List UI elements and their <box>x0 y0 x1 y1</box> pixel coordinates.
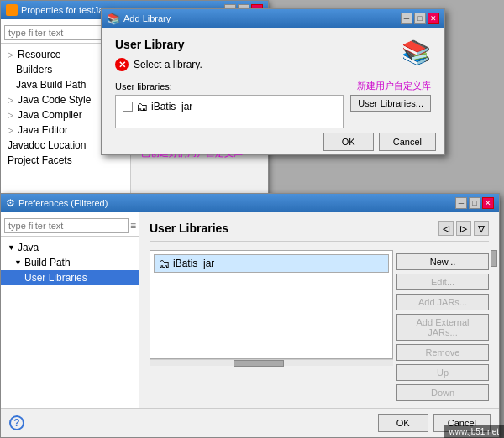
sidebar-item-label: Java Compiler <box>18 109 82 121</box>
pref-main-title-text: User Libraries <box>150 222 228 235</box>
pref-tree-label: Java <box>18 242 39 253</box>
down-button[interactable]: Down <box>396 384 489 401</box>
error-icon: ✕ <box>115 58 129 71</box>
add-library-dialog: 📚 Add Library ─ □ ✕ User Library ✕ Selec… <box>101 8 445 155</box>
lib-checkbox[interactable] <box>123 102 133 112</box>
code-style-arrow: ▷ <box>8 96 14 104</box>
pref-tree-build-path[interactable]: ▼ Build Path <box>1 255 139 270</box>
filter-icon: ≡ <box>130 220 136 232</box>
add-external-jars-button[interactable]: Add External JARs... <box>396 314 489 341</box>
pref-main: User Libraries ◁ ▷ ▽ 🗂 iBatis_jar <box>139 212 499 408</box>
sidebar-item-label: Builders <box>16 64 52 76</box>
pref-maximize[interactable]: □ <box>469 197 480 209</box>
properties-icon <box>6 4 18 16</box>
pref-lib-name: iBatis_jar <box>173 258 214 269</box>
books-decorative-icon: 📚 <box>402 39 431 66</box>
lib-item-label: iBatis_jar <box>151 101 192 112</box>
nav-down-icon[interactable]: ▽ <box>474 221 489 236</box>
add-lib-footer: OK Cancel <box>102 128 444 154</box>
new-button[interactable]: New... <box>396 253 489 270</box>
annotation-new-lib: 新建用户自定义库 <box>357 80 431 92</box>
error-row: ✕ Select a library. <box>115 58 431 71</box>
add-library-titlebar: 📚 Add Library ─ □ ✕ <box>102 9 444 28</box>
user-libraries-button[interactable]: User Libraries... <box>350 95 431 112</box>
pref-tree-user-libraries[interactable]: User Libraries <box>1 270 139 285</box>
add-lib-cancel-btn[interactable]: Cancel <box>379 133 436 151</box>
pref-tree-label: Build Path <box>24 257 71 269</box>
add-library-title-text: Add Library <box>123 13 171 23</box>
remove-button[interactable]: Remove <box>396 344 489 361</box>
add-lib-minimize[interactable]: ─ <box>401 13 412 24</box>
pref-titlebar: ⚙ Preferences (Filtered) ─ □ ✕ <box>1 194 499 212</box>
pref-filter-wrap: ≡ <box>1 216 139 237</box>
watermark: www.jb51.net <box>444 425 504 438</box>
pref-minimize[interactable]: ─ <box>455 197 467 209</box>
pref-tree-label: User Libraries <box>24 272 87 284</box>
help-button[interactable]: ? <box>9 415 24 430</box>
sidebar-item-label: Resource <box>18 49 60 60</box>
lib-jar-icon: 🗂 <box>136 100 148 113</box>
add-jars-button[interactable]: Add JARs... <box>396 294 489 310</box>
edit-button[interactable]: Edit... <box>396 274 489 290</box>
preferences-window: ⚙ Preferences (Filtered) ─ □ ✕ ≡ ▼ Java … <box>0 193 500 438</box>
sidebar-item-label: Project Facets <box>8 154 72 166</box>
resource-arrow: ▷ <box>8 50 14 59</box>
list-item[interactable]: 🗂 iBatis_jar <box>119 99 196 114</box>
pref-tree-java[interactable]: ▼ Java <box>1 240 139 255</box>
pref-list-area: 🗂 iBatis_jar <box>150 250 393 359</box>
user-library-heading: User Library <box>115 38 431 51</box>
vert-scrollbar-thumb[interactable] <box>491 250 497 267</box>
pref-close[interactable]: ✕ <box>482 197 494 209</box>
pref-main-title: User Libraries ◁ ▷ ▽ <box>150 221 489 242</box>
pref-right-buttons: New... Edit... Add JARs... Add External … <box>396 250 489 401</box>
pref-nav-icons: ◁ ▷ ▽ <box>438 221 489 236</box>
sidebar-item-label: Java Editor <box>18 124 68 136</box>
java-tri: ▼ <box>8 243 15 252</box>
build-path-tri: ▼ <box>14 258 22 267</box>
sidebar-item-label: Java Build Path <box>16 79 86 91</box>
pref-list-section: 🗂 iBatis_jar New... Edit... Add JARs... <box>150 250 489 366</box>
pref-title-text: Preferences (Filtered) <box>18 198 108 208</box>
up-button[interactable]: Up <box>396 364 489 381</box>
add-lib-ok-btn[interactable]: OK <box>323 133 374 151</box>
compiler-arrow: ▷ <box>8 111 14 119</box>
editor-arrow: ▷ <box>8 126 14 134</box>
nav-back-icon[interactable]: ◁ <box>438 221 454 236</box>
pref-ok-button[interactable]: OK <box>378 414 428 432</box>
pref-filter-input[interactable] <box>4 218 129 233</box>
properties-title: Properties for testJar <box>21 5 107 15</box>
nav-forward-icon[interactable]: ▷ <box>456 221 471 236</box>
sidebar-item-label: Javadoc Location <box>8 139 86 151</box>
pref-content: ≡ ▼ Java ▼ Build Path User Libraries Use… <box>1 212 499 408</box>
pref-sidebar: ≡ ▼ Java ▼ Build Path User Libraries <box>1 212 139 408</box>
jar-icon: 🗂 <box>158 257 170 270</box>
horizontal-scrollbar[interactable] <box>150 359 393 366</box>
error-message: Select a library. <box>134 59 202 70</box>
add-lib-close[interactable]: ✕ <box>428 13 439 24</box>
horiz-scrollbar-thumb[interactable] <box>234 360 284 367</box>
pref-footer: ? OK Cancel <box>1 408 499 437</box>
pref-list-item[interactable]: 🗂 iBatis_jar <box>154 254 389 273</box>
add-lib-maximize[interactable]: □ <box>414 13 426 24</box>
sidebar-item-label: Java Code Style <box>18 94 91 106</box>
